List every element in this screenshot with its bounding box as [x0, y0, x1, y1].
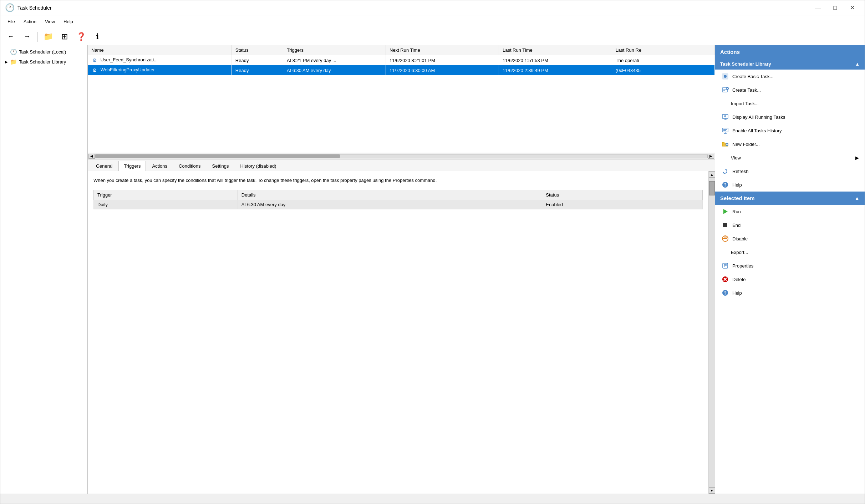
- triggers-col-details: Details: [238, 190, 542, 200]
- trigger-cell-details: At 6:30 AM every day: [238, 200, 542, 209]
- tab-triggers[interactable]: Triggers: [118, 161, 146, 171]
- v-scroll-thumb[interactable]: [709, 181, 715, 195]
- import-task-icon: [721, 99, 728, 108]
- tree-item-library[interactable]: ▶ 📁 Task Scheduler Library: [0, 57, 87, 67]
- col-header-status[interactable]: Status: [231, 45, 283, 55]
- row1-name: ⚙ User_Feed_Synchronizati...: [88, 55, 231, 66]
- local-icon: 🕐: [10, 48, 17, 56]
- triggers-col-status: Status: [542, 190, 703, 200]
- export-item[interactable]: Export...: [715, 245, 865, 259]
- trigger-row[interactable]: Daily At 6:30 AM every day Enabled: [94, 200, 703, 209]
- scrollbar-thumb[interactable]: [95, 154, 340, 158]
- disable-item[interactable]: Disable: [715, 232, 865, 245]
- properties-icon: [721, 261, 729, 270]
- trigger-cell-status: Enabled: [542, 200, 703, 209]
- svg-point-11: [724, 115, 726, 117]
- tree-item-local[interactable]: 🕐 Task Scheduler (Local): [0, 47, 87, 57]
- col-header-name[interactable]: Name: [88, 45, 231, 55]
- create-task-label: Create Task...: [732, 87, 761, 93]
- detail-vertical-scrollbar[interactable]: ▲ ▼: [708, 171, 715, 494]
- help-library-item[interactable]: ? Help: [715, 178, 865, 192]
- grid-button[interactable]: ⊞: [57, 30, 72, 44]
- task-table-scroll[interactable]: Name Status Triggers Next Run Time Last …: [88, 45, 715, 153]
- task-icon-1: ⚙: [91, 57, 98, 63]
- help-toolbar-button[interactable]: ❓: [73, 30, 88, 44]
- scroll-down-btn[interactable]: ▼: [709, 487, 715, 494]
- display-running-item[interactable]: Display All Running Tasks: [715, 110, 865, 124]
- delete-item[interactable]: Delete: [715, 273, 865, 286]
- selected-item-chevron: ▲: [854, 195, 860, 201]
- menu-help[interactable]: Help: [59, 17, 77, 26]
- help-library-label: Help: [732, 182, 742, 188]
- actions-header-label: Actions: [720, 49, 740, 55]
- scroll-up-btn[interactable]: ▲: [709, 171, 715, 178]
- properties-label: Properties: [732, 263, 753, 269]
- minimize-button[interactable]: ―: [810, 2, 826, 14]
- row2-name: ⚙ WebFilteringProxyUpdater: [88, 65, 231, 75]
- new-folder-label: New Folder...: [732, 142, 760, 147]
- scrollbar-track[interactable]: [95, 154, 708, 158]
- refresh-label: Refresh: [732, 169, 749, 174]
- main-window: 🕐 Task Scheduler ― □ ✕ File Action View …: [0, 0, 865, 504]
- row2-last-run: 11/6/2020 2:39:49 PM: [499, 65, 612, 75]
- task-scheduler-library-section[interactable]: Task Scheduler Library ▲: [715, 58, 865, 70]
- end-item[interactable]: End: [715, 218, 865, 232]
- help-selected-label: Help: [732, 290, 742, 296]
- row1-last-result: The operati: [612, 55, 714, 66]
- svg-point-1: [724, 75, 727, 78]
- svg-rect-24: [723, 223, 727, 227]
- expand-icon-library: ▶: [3, 60, 10, 64]
- tab-bar: General Triggers Actions Conditions Sett…: [88, 159, 715, 171]
- help-selected-item[interactable]: ? Help: [715, 286, 865, 300]
- scroll-right-btn[interactable]: ▶: [708, 154, 714, 159]
- menu-file[interactable]: File: [3, 17, 19, 26]
- horizontal-scrollbar[interactable]: ◀ ▶: [88, 153, 715, 159]
- tab-settings[interactable]: Settings: [207, 161, 234, 171]
- library-folder-icon: 📁: [10, 58, 17, 66]
- selected-item-header[interactable]: Selected Item ▲: [715, 192, 865, 205]
- back-button[interactable]: ←: [3, 30, 18, 44]
- enable-history-item[interactable]: Enable All Tasks History: [715, 124, 865, 137]
- view-submenu-item[interactable]: View ▶: [715, 151, 865, 164]
- run-item[interactable]: Run: [715, 205, 865, 218]
- table-row[interactable]: ⚙ WebFilteringProxyUpdater Ready At 6:30…: [88, 65, 715, 75]
- import-task-item[interactable]: Import Task...: [715, 97, 865, 110]
- delete-label: Delete: [732, 277, 746, 282]
- info-toolbar-button[interactable]: ℹ: [90, 30, 105, 44]
- scroll-left-btn[interactable]: ◀: [88, 154, 95, 159]
- tab-actions[interactable]: Actions: [147, 161, 173, 171]
- forward-button[interactable]: →: [20, 30, 35, 44]
- col-header-triggers[interactable]: Triggers: [283, 45, 386, 55]
- tab-conditions[interactable]: Conditions: [173, 161, 206, 171]
- status-bar: [0, 494, 865, 504]
- toolbar-separator-1: [37, 32, 38, 42]
- properties-item[interactable]: Properties: [715, 259, 865, 273]
- col-header-next-run[interactable]: Next Run Time: [386, 45, 499, 55]
- enable-history-icon: [721, 126, 729, 135]
- actions-panel-header[interactable]: Actions: [715, 45, 865, 58]
- end-icon: [721, 221, 729, 229]
- end-label: End: [732, 223, 741, 228]
- menu-bar: File Action View Help: [0, 15, 865, 28]
- create-basic-task-item[interactable]: Create Basic Task...: [715, 70, 865, 83]
- maximize-button[interactable]: □: [827, 2, 843, 14]
- col-header-last-run[interactable]: Last Run Time: [499, 45, 612, 55]
- refresh-item[interactable]: Refresh: [715, 164, 865, 178]
- actions-panel: Actions Task Scheduler Library ▲ Create …: [715, 45, 865, 494]
- menu-action[interactable]: Action: [19, 17, 41, 26]
- menu-view[interactable]: View: [41, 17, 59, 26]
- new-folder-item[interactable]: New Folder...: [715, 137, 865, 151]
- library-section-chevron: ▲: [855, 61, 860, 67]
- new-folder-icon: [721, 140, 729, 148]
- close-button[interactable]: ✕: [844, 2, 860, 14]
- create-task-item[interactable]: Create Task...: [715, 83, 865, 97]
- tab-general[interactable]: General: [91, 161, 118, 171]
- tab-history[interactable]: History (disabled): [235, 161, 282, 171]
- trigger-cell-trigger: Daily: [94, 200, 238, 209]
- task-list-area: Name Status Triggers Next Run Time Last …: [88, 45, 715, 159]
- svg-rect-12: [722, 128, 728, 132]
- show-folder-button[interactable]: 📁: [41, 30, 56, 44]
- row1-status: Ready: [231, 55, 283, 66]
- table-row[interactable]: ⚙ User_Feed_Synchronizati... Ready At 8:…: [88, 55, 715, 66]
- col-header-last-result[interactable]: Last Run Re: [612, 45, 714, 55]
